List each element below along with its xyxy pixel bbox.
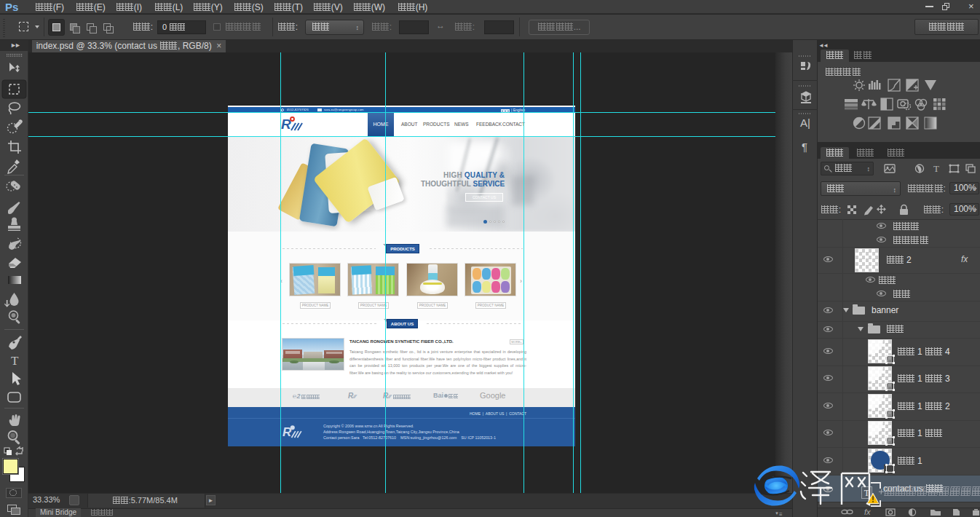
svg-text:T: T xyxy=(933,163,939,174)
svg-text:T: T xyxy=(11,354,19,368)
svg-text:R: R xyxy=(281,117,291,132)
